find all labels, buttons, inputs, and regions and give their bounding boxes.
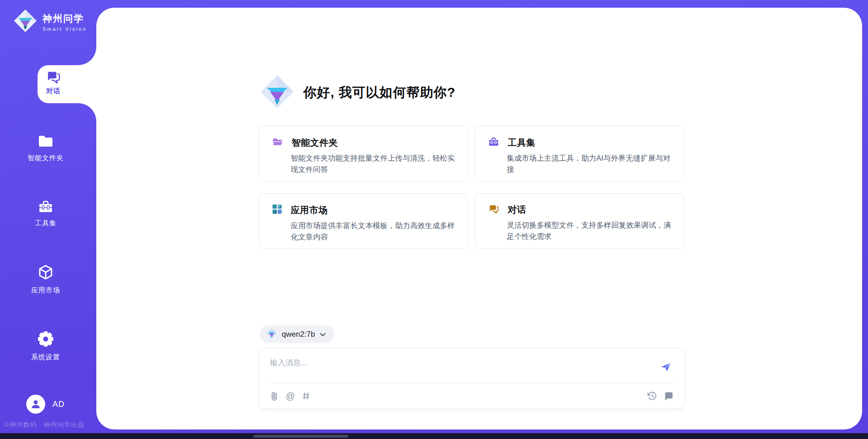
brand-subtitle: Smart Vision	[42, 26, 87, 32]
gear-icon	[18, 330, 73, 348]
greeting-title: 你好, 我可以如何帮助你?	[303, 84, 456, 102]
card-title: 应用市场	[291, 204, 328, 216]
sidebar-item-label: 应用市场	[18, 286, 73, 295]
toolbox-icon	[18, 199, 73, 214]
message-composer: @	[259, 348, 685, 409]
at-icon: @	[286, 391, 295, 401]
gem-logo-icon	[266, 328, 277, 341]
history-button[interactable]	[647, 391, 657, 401]
chevron-down-icon	[320, 330, 326, 339]
grid-icon	[272, 204, 283, 216]
composer-divider	[269, 383, 675, 383]
card-toolset[interactable]: 工具集 集成市场上主流工具，助力AI与外界无缝扩展与对接	[475, 126, 684, 181]
sidebar-item-chat[interactable]: 对话	[19, 65, 87, 103]
card-title: 对话	[508, 204, 526, 216]
quick-chat-button[interactable]	[664, 391, 674, 401]
card-description: 应用市场提供丰富长文本模板，助力高效生成多样化文章内容	[291, 220, 456, 243]
send-icon	[660, 361, 672, 373]
card-title: 智能文件夹	[292, 137, 338, 149]
person-icon	[30, 398, 42, 410]
brand-logo: 神州问学 Smart Vision	[14, 9, 87, 34]
main-content-panel: 你好, 我可以如何帮助你? 智能文件夹 智能文件夹功能支持批量文件上传与清洗，轻…	[96, 8, 862, 429]
chat-square-icon	[664, 391, 674, 401]
message-input[interactable]	[270, 358, 641, 378]
chat-bubbles-icon	[19, 65, 87, 84]
gem-logo-icon	[14, 9, 37, 34]
send-button[interactable]	[660, 361, 672, 373]
sidebar-item-label: 智能文件夹	[18, 154, 73, 162]
user-initials: AD	[52, 400, 65, 409]
model-name: qwen2:7b	[282, 330, 315, 339]
card-description: 灵活切换多模型文件，支持多样回复效果调试，满足个性化需求	[507, 220, 672, 242]
bottom-bar	[0, 433, 868, 439]
card-description: 集成市场上主流工具，助力AI与外界无缝扩展与对接	[507, 153, 672, 175]
folder-icon	[18, 133, 73, 148]
history-icon	[647, 391, 657, 401]
greeting-block: 你好, 我可以如何帮助你?	[260, 75, 456, 111]
brand-name: 神州问学	[42, 12, 87, 25]
feature-cards-grid: 智能文件夹 智能文件夹功能支持批量文件上传与清洗，轻松实现文件问答 工具集 集成…	[259, 126, 684, 249]
gem-logo-icon	[260, 75, 294, 111]
mention-button[interactable]: @	[286, 391, 295, 401]
model-selector[interactable]: qwen2:7b	[260, 325, 334, 343]
hashtag-button[interactable]	[302, 391, 311, 401]
horizontal-scrollbar-thumb[interactable]	[253, 435, 348, 438]
sidebar-footer-credit: ©神州数码 · 神州问学出品	[5, 421, 85, 429]
card-title: 工具集	[508, 137, 536, 149]
sidebar-item-label: 工具集	[18, 219, 73, 228]
avatar	[26, 395, 45, 414]
card-app-market[interactable]: 应用市场 应用市场提供丰富长文本模板，助力高效生成多样化文章内容	[259, 193, 468, 249]
sidebar-item-smart-folder[interactable]: 智能文件夹	[18, 133, 73, 162]
hashtag-icon	[302, 391, 311, 401]
card-smart-folder[interactable]: 智能文件夹 智能文件夹功能支持批量文件上传与清洗，轻松实现文件问答	[259, 126, 468, 181]
chat-bubbles-icon	[488, 204, 500, 216]
sidebar-item-label: 对话	[19, 87, 87, 95]
paperclip-icon	[270, 391, 279, 401]
user-account[interactable]: AD	[26, 395, 65, 414]
sidebar-item-app-market[interactable]: 应用市场	[18, 264, 73, 295]
sidebar-item-label: 系统设置	[18, 353, 73, 362]
sidebar-item-toolset[interactable]: 工具集	[18, 199, 73, 228]
sidebar-item-settings[interactable]: 系统设置	[18, 330, 73, 362]
cube-icon	[18, 264, 73, 281]
card-chat[interactable]: 对话 灵活切换多模型文件，支持多样回复效果调试，满足个性化需求	[475, 193, 684, 249]
card-description: 智能文件夹功能支持批量文件上传与清洗，轻松实现文件问答	[291, 153, 456, 175]
attach-file-button[interactable]	[270, 391, 279, 401]
folder-open-icon	[272, 136, 283, 149]
toolbox-icon	[488, 136, 500, 149]
